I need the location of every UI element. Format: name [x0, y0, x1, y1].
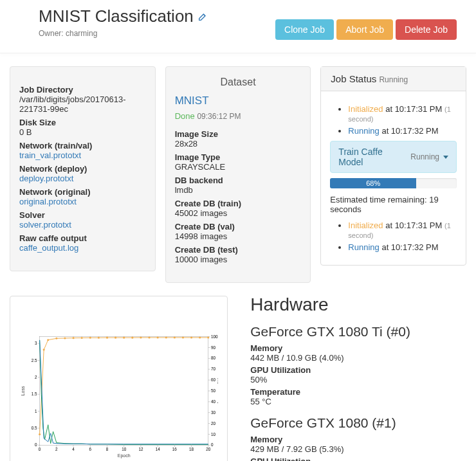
job-info-panel: Job Directory /var/lib/digits/jobs/20170…	[10, 66, 156, 271]
svg-point-63	[43, 348, 45, 350]
delete-job-button[interactable]: Delete Job	[396, 19, 457, 40]
svg-text:40: 40	[211, 399, 216, 404]
gpu-block: GeForce GTX 1080 Ti (#0) Memory 442 MB /…	[250, 324, 466, 406]
create-test-value: 10000 images	[175, 255, 302, 264]
list-item: Running at 10:17:32 PM	[348, 242, 457, 252]
svg-point-73	[123, 337, 125, 339]
svg-point-78	[165, 336, 167, 338]
list-item: Running at 10:17:32 PM	[348, 126, 457, 136]
svg-text:1.5: 1.5	[32, 392, 37, 396]
svg-point-81	[190, 336, 192, 338]
svg-text:90: 90	[211, 345, 216, 350]
net-trainval-link[interactable]: train_val.prototxt	[19, 150, 81, 160]
svg-point-82	[199, 336, 201, 338]
gpu-name: GeForce GTX 1080 Ti (#0)	[250, 324, 466, 339]
svg-point-66	[64, 337, 66, 339]
solver-link[interactable]: solver.prototxt	[19, 220, 71, 230]
image-type-value: GRAYSCALE	[175, 162, 302, 172]
task-state: Running	[410, 152, 439, 161]
job-status-state: Running	[379, 75, 408, 84]
create-val-label: Create DB (val)	[175, 222, 302, 231]
net-original-link[interactable]: original.prototxt	[19, 197, 77, 206]
svg-text:18: 18	[189, 447, 194, 451]
gpu-mem-value: 442 MB / 10.9 GB (4.0%)	[250, 353, 466, 363]
gpu-mem-label: Memory	[250, 435, 466, 444]
chevron-down-icon	[443, 156, 448, 159]
list-item: Initialized at 10:17:31 PM (1 second)	[348, 221, 457, 240]
svg-text:60: 60	[211, 377, 216, 382]
create-train-label: Create DB (train)	[175, 199, 302, 208]
svg-text:Epoch: Epoch	[118, 453, 131, 458]
gpu-temp-value: 55 °C	[250, 397, 466, 406]
gpu-temp-label: Temperature	[250, 387, 466, 397]
svg-point-65	[55, 338, 57, 339]
job-dir-value: /var/lib/digits/jobs/20170613-221731-99e…	[19, 95, 146, 114]
gpu-util-label: GPU Utilization	[250, 365, 466, 375]
db-backend-label: DB backend	[175, 176, 302, 185]
svg-point-72	[114, 337, 116, 339]
svg-point-67	[73, 337, 75, 339]
gpu-mem-label: Memory	[250, 343, 466, 353]
svg-text:20: 20	[211, 421, 216, 426]
svg-point-75	[140, 336, 142, 338]
svg-point-74	[131, 337, 133, 339]
svg-text:1: 1	[35, 409, 37, 413]
svg-rect-0	[40, 337, 208, 446]
svg-text:10: 10	[211, 432, 216, 437]
svg-text:6: 6	[89, 447, 92, 451]
svg-text:0: 0	[211, 442, 214, 447]
svg-point-70	[98, 337, 100, 339]
create-train-value: 45002 images	[175, 208, 302, 218]
clone-job-button[interactable]: Clone Job	[275, 19, 334, 40]
page-title: MNIST Classification	[39, 6, 208, 26]
svg-text:12: 12	[138, 447, 143, 451]
create-test-label: Create DB (test)	[175, 245, 302, 255]
svg-text:0: 0	[39, 447, 41, 451]
svg-point-62	[39, 433, 41, 435]
svg-text:2.5: 2.5	[32, 358, 37, 363]
raw-output-label: Raw caffe output	[19, 233, 146, 243]
net-deploy-link[interactable]: deploy.prototxt	[19, 174, 73, 183]
progress-bar-track: 68%	[330, 178, 457, 188]
progress-bar-fill: 68%	[330, 178, 416, 188]
svg-text:10: 10	[122, 447, 127, 451]
list-item: Initialized at 10:17:31 PM (1 second)	[348, 104, 457, 123]
svg-text:0.5: 0.5	[32, 426, 37, 430]
svg-text:3: 3	[35, 341, 37, 345]
dataset-status: Done	[175, 111, 195, 121]
dataset-panel: Dataset MNIST Done 09:36:12 PM Image Siz…	[165, 66, 311, 283]
svg-point-80	[182, 336, 184, 338]
eta-text: Estimated time remaining: 19 seconds	[330, 195, 457, 214]
svg-point-83	[207, 336, 209, 338]
title-text: MNIST Classification	[39, 6, 194, 26]
svg-point-79	[174, 336, 176, 338]
svg-point-69	[89, 337, 91, 339]
training-chart: 0246810121416182000.511.522.530102030405…	[19, 305, 218, 461]
dataset-panel-title: Dataset	[175, 77, 302, 88]
job-status-panel: Job Status Running Initialized at 10:17:…	[320, 66, 466, 266]
solver-label: Solver	[19, 210, 146, 220]
dataset-name-link[interactable]: MNIST	[175, 95, 209, 107]
svg-point-77	[157, 336, 159, 338]
abort-job-button[interactable]: Abort Job	[336, 19, 393, 40]
net-original-label: Network (original)	[19, 187, 146, 197]
job-event-list: Initialized at 10:17:31 PM (1 second) Ru…	[330, 104, 457, 136]
task-title: Train Caffe Model	[338, 147, 407, 167]
svg-text:50: 50	[211, 388, 216, 393]
task-heading[interactable]: Train Caffe Model Running	[330, 141, 457, 173]
disk-size-label: Disk Size	[19, 118, 146, 127]
raw-output-link[interactable]: caffe_output.log	[19, 243, 78, 253]
svg-point-71	[106, 337, 108, 339]
job-actions: Clone Job Abort Job Delete Job	[273, 19, 457, 40]
svg-text:2: 2	[35, 375, 37, 379]
svg-text:2: 2	[55, 447, 58, 451]
svg-text:80: 80	[211, 356, 216, 360]
svg-text:70: 70	[211, 366, 216, 371]
svg-text:20: 20	[206, 447, 211, 451]
edit-icon[interactable]	[197, 6, 208, 26]
create-val-value: 14998 images	[175, 231, 302, 241]
svg-point-64	[47, 339, 49, 341]
svg-point-76	[149, 336, 151, 338]
db-backend-value: lmdb	[175, 185, 302, 195]
gpu-name: GeForce GTX 1080 (#1)	[250, 415, 466, 431]
